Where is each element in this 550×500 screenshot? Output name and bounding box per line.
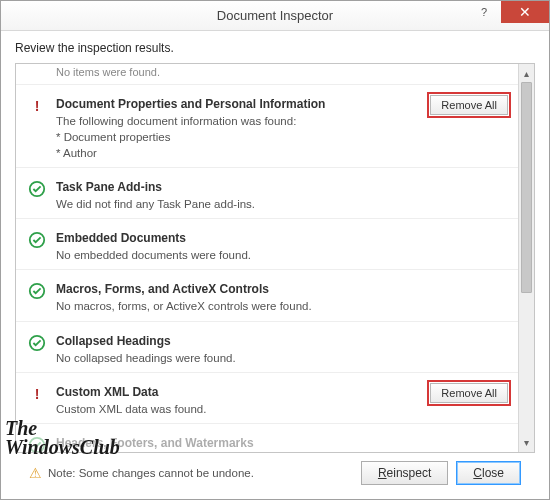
section-title: Macros, Forms, and ActiveX Controls bbox=[56, 282, 504, 296]
mnemonic: C bbox=[473, 466, 482, 480]
section-body: The following document information was f… bbox=[56, 113, 504, 161]
body-line: * Author bbox=[56, 145, 504, 161]
remove-all-button[interactable]: Remove All bbox=[430, 383, 508, 403]
dialog-footer: ⚠ Note: Some changes cannot be undone. R… bbox=[15, 453, 535, 497]
close-button[interactable]: Close bbox=[456, 461, 521, 485]
window-controls: ? ✕ bbox=[467, 1, 549, 23]
scroll-up-arrow[interactable]: ▴ bbox=[519, 64, 534, 82]
btn-text: einspect bbox=[387, 466, 432, 480]
body-line: The following document information was f… bbox=[56, 113, 504, 129]
checkmark-icon bbox=[28, 436, 46, 452]
alert-icon: ! bbox=[28, 385, 46, 403]
footer-note: ⚠ Note: Some changes cannot be undone. bbox=[29, 465, 353, 481]
help-button[interactable]: ? bbox=[467, 1, 501, 23]
btn-text: lose bbox=[482, 466, 504, 480]
section-body: No macros, forms, or ActiveX controls we… bbox=[56, 298, 504, 314]
cutoff-prev-section: No items were found. bbox=[16, 64, 518, 85]
checkmark-icon bbox=[28, 231, 46, 249]
section-task-pane-addins: Task Pane Add-ins We did not find any Ta… bbox=[16, 168, 518, 219]
footer-note-text: Note: Some changes cannot be undone. bbox=[48, 467, 254, 479]
section-collapsed-headings: Collapsed Headings No collapsed headings… bbox=[16, 322, 518, 373]
remove-all-button[interactable]: Remove All bbox=[430, 95, 508, 115]
review-instruction: Review the inspection results. bbox=[1, 31, 549, 63]
warning-triangle-icon: ⚠ bbox=[29, 465, 42, 481]
scroll-track[interactable] bbox=[519, 82, 534, 434]
section-title: Task Pane Add-ins bbox=[56, 180, 504, 194]
section-document-properties: ! Document Properties and Personal Infor… bbox=[16, 85, 518, 168]
section-body: No embedded documents were found. bbox=[56, 247, 504, 263]
results-panel: No items were found. ! Document Properti… bbox=[15, 63, 535, 453]
checkmark-icon bbox=[28, 180, 46, 198]
section-body: Custom XML data was found. bbox=[56, 401, 504, 417]
section-headers-footers-watermarks: Headers, Footers, and Watermarks bbox=[16, 424, 518, 450]
close-window-button[interactable]: ✕ bbox=[501, 1, 549, 23]
vertical-scrollbar[interactable]: ▴ ▾ bbox=[518, 64, 534, 452]
cutoff-text: No items were found. bbox=[56, 66, 160, 78]
body-line: * Document properties bbox=[56, 129, 504, 145]
section-body: We did not find any Task Pane add-ins. bbox=[56, 196, 504, 212]
checkmark-icon bbox=[28, 334, 46, 352]
section-title: Headers, Footers, and Watermarks bbox=[56, 436, 504, 450]
section-title: Embedded Documents bbox=[56, 231, 504, 245]
mnemonic: R bbox=[378, 466, 387, 480]
section-title: Collapsed Headings bbox=[56, 334, 504, 348]
section-body: No collapsed headings were found. bbox=[56, 350, 504, 366]
section-macros-forms-activex: Macros, Forms, and ActiveX Controls No m… bbox=[16, 270, 518, 321]
content-wrap: No items were found. ! Document Properti… bbox=[1, 63, 549, 499]
reinspect-button[interactable]: Reinspect bbox=[361, 461, 448, 485]
section-custom-xml-data: ! Custom XML Data Custom XML data was fo… bbox=[16, 373, 518, 424]
scroll-thumb[interactable] bbox=[521, 82, 532, 293]
section-embedded-documents: Embedded Documents No embedded documents… bbox=[16, 219, 518, 270]
checkmark-icon bbox=[28, 282, 46, 300]
titlebar: Document Inspector ? ✕ bbox=[1, 1, 549, 31]
document-inspector-dialog: Document Inspector ? ✕ Review the inspec… bbox=[0, 0, 550, 500]
alert-icon: ! bbox=[28, 97, 46, 115]
scroll-down-arrow[interactable]: ▾ bbox=[519, 434, 534, 452]
results-list: No items were found. ! Document Properti… bbox=[16, 64, 518, 452]
